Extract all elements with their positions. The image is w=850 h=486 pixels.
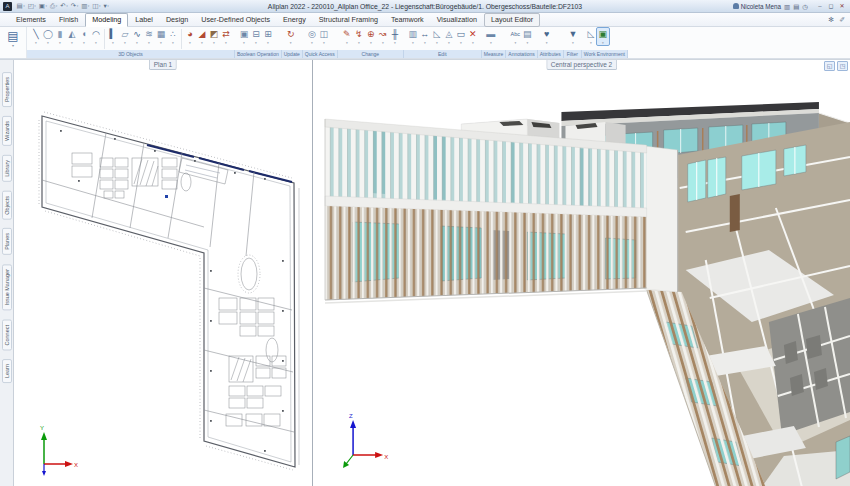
menu-right-icons: ✻✐ [828,16,845,24]
cone-3d-icon[interactable]: ◭▾ [66,28,78,45]
extrude-icon[interactable]: ▍▾ [107,28,119,45]
undo-icon[interactable]: ↶ [59,0,69,12]
svg-text:X: X [74,462,78,468]
update-3d-icon[interactable]: ↻▾ [285,28,297,45]
cylinder-3d-icon[interactable]: ▮▾ [54,28,66,45]
settings-gear-icon[interactable]: ✻ [828,16,834,24]
allplan-shop-icon[interactable]: ▤ [793,1,799,12]
app-logo-icon[interactable]: A [3,2,12,11]
ribbon-group-label-annotations: Annotations [506,50,537,58]
stretch-entities-icon[interactable]: ╫▾ [389,28,401,45]
redo-icon[interactable]: ↷ [69,0,79,12]
floor-plan-outline [39,112,299,470]
menu-tab-teamwork[interactable]: Teamwork [385,14,430,26]
menu-tab-design[interactable]: Design [160,14,194,26]
plan-view-icon[interactable]: ◺▾ [585,28,597,45]
menu-tab-elements[interactable]: Elements [10,14,52,26]
menu-tab-energy[interactable]: Energy [277,14,312,26]
ellipsoid-3d-icon[interactable]: ◖▾ [78,28,90,45]
allplan-connect-icon[interactable]: ▥ [784,1,790,12]
palette-tab-properties[interactable]: Properties [2,72,12,107]
ribbon-group-label-boolean-operation: Boolean Operation [235,50,282,58]
palette-tab-connect[interactable]: Connect [2,320,12,351]
delete-icon[interactable]: ✕▾ [467,28,479,45]
union-icon[interactable]: ▣▾ [238,28,250,45]
mesh-icon[interactable]: ▦▾ [155,28,167,45]
measure-icon[interactable]: ▬▾ [485,28,497,45]
window-icon[interactable]: ◫ [91,0,102,12]
text-annotation-icon[interactable]: Abc▾ [509,28,521,45]
copy-elements-icon[interactable]: ▥▾ [407,28,419,45]
maximize-button[interactable]: ◻ [826,2,836,11]
label-icon[interactable]: ▤▾ [521,28,533,45]
palette-tab-learn[interactable]: Learn [2,359,12,383]
adjust-icon[interactable]: ↝▾ [377,28,389,45]
palette-tab-planes[interactable]: Planes [2,228,12,255]
palette-tab-wizards[interactable]: Wizards [2,116,12,146]
line-3d-icon[interactable]: ╲▾ [30,28,42,45]
palette-tab-issue-manager[interactable]: Issue Manager [2,264,12,310]
viewport-plan[interactable]: Plan 1 [14,60,313,486]
menu-tab-layout-editor[interactable]: Layout Editor [484,13,540,27]
minimize-button[interactable]: – [815,2,825,11]
wizard-icon[interactable]: ◎▾ [306,28,318,45]
fillet-edge-icon[interactable]: ◕▾ [184,28,196,45]
join-icon[interactable]: ⊕▾ [365,28,377,45]
viewport-window-controls: ◱◳ [824,61,848,71]
menu-tab-visualization[interactable]: Visualization [431,14,483,26]
palette-tab-objects[interactable]: Objects [2,191,12,220]
point-cloud-icon[interactable]: ∴▾ [167,28,179,45]
palette-tab-strip: PropertiesWizardsLibraryObjectsPlanesIss… [0,60,14,486]
modify-points-icon[interactable]: ✎▾ [341,28,353,45]
resize-icon[interactable]: ▭▾ [455,28,467,45]
loft-icon[interactable]: ≋▾ [143,28,155,45]
viewport-tab-plan[interactable]: Plan 1 [149,60,177,70]
recent-actions-icon[interactable]: ◷ [802,1,808,12]
ribbon-group-label-3d-objects: 3D Objects [27,50,235,58]
copy-icon[interactable]: ▥ [80,0,91,12]
viewport-tab-perspective[interactable]: Central perspective 2 [546,60,617,70]
arc-3d-icon[interactable]: ◠▾ [90,28,102,45]
title-bar: A ▤◰▣⎙↶↷▥◫▾ Allplan 2022 - 220010_Allpla… [0,0,850,13]
menu-tab-finish[interactable]: Finish [53,14,84,26]
open-icon[interactable]: ◰ [26,0,37,12]
perspective-axis-gizmo: Z X [343,413,388,468]
model-3d-canvas[interactable]: Z X [313,60,850,486]
align-icon[interactable]: ◺▾ [431,28,443,45]
svg-text:Y: Y [40,425,44,431]
move-icon[interactable]: ↔▾ [419,28,431,45]
modify-solid-icon[interactable]: ◩▾ [208,28,220,45]
convert-3d-icon[interactable]: ⇄▾ [220,28,232,45]
workspace: PropertiesWizardsLibraryObjectsPlanesIss… [0,59,850,486]
menu-tab-label[interactable]: Label [129,14,159,26]
viewport-perspective[interactable]: Central perspective 2 ◱◳ [313,60,850,486]
palette-tab-library[interactable]: Library [2,155,12,182]
customize-ribbon-icon[interactable]: ✐ [839,16,845,24]
viewport-tile-icon[interactable]: ◳ [837,61,848,71]
chamfer-edge-icon[interactable]: ◢▾ [196,28,208,45]
close-button[interactable]: ✕ [837,2,847,11]
new-document-icon[interactable]: ▤ [15,0,26,12]
viewport-restore-icon[interactable]: ◱ [824,61,835,71]
actionbar-menu-icon[interactable]: ▤ ▾ [0,27,27,58]
extrude-along-path-icon[interactable]: ▱▾ [119,28,131,45]
print-icon[interactable]: ⎙ [49,0,59,12]
mirror-icon[interactable]: ◬▾ [443,28,455,45]
save-icon[interactable]: ▣ [37,0,48,12]
customize-quick-access-icon[interactable]: ▾ [102,0,110,12]
spline-3d-icon[interactable]: ∿▾ [131,28,143,45]
menu-tab-modeling[interactable]: Modeling [85,13,128,27]
attributes-icon[interactable]: ♥▾ [541,28,553,45]
filter-icon[interactable]: ▼▾ [567,28,579,45]
views-icon[interactable]: ◫▾ [318,28,330,45]
user-account-button[interactable]: Nicoleta Mena [733,3,781,10]
intersect-icon[interactable]: ⊞▾ [262,28,274,45]
sphere-3d-icon[interactable]: ◯▾ [42,28,54,45]
floor-plan-canvas[interactable]: Y X [14,60,312,486]
split-icon[interactable]: ↯▾ [353,28,365,45]
menu-tab-user-defined-objects[interactable]: User-Defined Objects [195,14,276,26]
subtract-icon[interactable]: ⊟▾ [250,28,262,45]
view-type-icon[interactable]: ▣▾ [597,28,609,45]
menu-tab-structural-framing[interactable]: Structural Framing [313,14,384,26]
corner-end-wall [645,146,678,292]
